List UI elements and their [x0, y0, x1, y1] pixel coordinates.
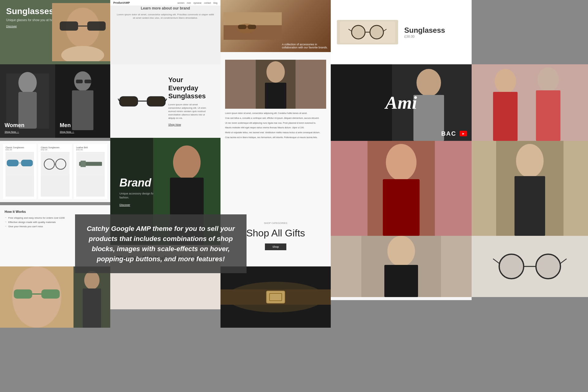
- svg-rect-13: [76, 80, 83, 83]
- sunglasses-photo-tile: A collection of accessories in collabora…: [221, 0, 331, 52]
- men-label: Men: [60, 122, 71, 129]
- sunglasses-product-name: Sunglasess: [404, 26, 466, 35]
- women-shop-link[interactable]: Shop Now →: [5, 130, 19, 133]
- mini-product-3-price: £42.00: [76, 149, 105, 151]
- svg-line-19: [165, 99, 167, 101]
- nav-bar: ProductAMP women men eyewear contact blo…: [110, 0, 221, 6]
- right-fashion-tile: [331, 141, 472, 236]
- mini-product-1[interactable]: Classic Sunglasses £52.00: [3, 144, 36, 199]
- list-item-5: Morbi ut vulputate tellus, nec laoreet e…: [225, 131, 326, 134]
- svg-rect-2: [60, 21, 78, 31]
- ami-text: Ami: [385, 92, 417, 113]
- far-right-fashion-tile: [472, 141, 588, 236]
- svg-point-50: [417, 69, 441, 96]
- svg-rect-54: [493, 92, 518, 141]
- svg-point-74: [386, 144, 417, 181]
- svg-point-97: [387, 236, 415, 266]
- mini-product-3-name: Leather Belt: [76, 146, 105, 149]
- svg-rect-56: [536, 90, 560, 141]
- right-bottom-photo: [331, 236, 472, 297]
- svg-rect-58: [7, 160, 18, 166]
- mini-product-2[interactable]: Classic Sunglasses £52.00: [38, 144, 72, 199]
- men-section: Men Shop Now →: [55, 64, 110, 138]
- brand-discover-link[interactable]: Discover: [119, 203, 130, 206]
- svg-rect-89: [83, 288, 101, 328]
- mosaic-container: Sunglasses Collection Unique glasses for…: [0, 0, 588, 392]
- sunglasses-product-image: [337, 20, 398, 44]
- nav-eyewear[interactable]: eyewear: [194, 2, 202, 4]
- article-image: [225, 60, 326, 109]
- overlay-text-content: Catchy Google AMP theme for you to sell …: [86, 224, 236, 264]
- how-it-works-heading: How it Works: [5, 210, 106, 213]
- collection-image: [52, 3, 110, 61]
- svg-rect-59: [21, 160, 32, 166]
- svg-rect-84: [14, 289, 32, 299]
- svg-rect-12: [72, 90, 93, 130]
- products-mini-row: Classic Sunglasses £52.00 Classic Sungla…: [0, 141, 110, 202]
- nav-men[interactable]: men: [187, 2, 191, 4]
- sunglasses-collection-tile: Sunglasses Collection Unique glasses for…: [0, 0, 110, 64]
- svg-rect-68: [81, 161, 86, 167]
- svg-rect-52: [472, 64, 588, 141]
- everyday-sunglasses-heading: Your Everyday Sunglasses: [168, 76, 214, 100]
- svg-rect-98: [384, 265, 418, 297]
- women-label: Women: [5, 122, 24, 129]
- list-item-6: Cras lacinia est in libero tristique, ne…: [225, 136, 326, 139]
- svg-rect-34: [248, 25, 256, 29]
- svg-rect-75: [383, 179, 420, 236]
- article-list: Lorem ipsum dolor sit amet, consectetur …: [225, 112, 326, 139]
- about-brand-tile: Learn more about our brand Lorem ipsum d…: [110, 0, 221, 64]
- fashion-right-tile: [472, 64, 588, 141]
- women-men-tile: Women Shop Now → Men Shop Now →: [0, 64, 110, 138]
- list-item-4: Mauris molestie nihil eget neque varius …: [225, 126, 326, 129]
- list-item-1: Lorem ipsum dolor sit amet, consectetur …: [225, 112, 326, 115]
- bottom-left-photo: [0, 266, 74, 328]
- svg-rect-20: [120, 97, 137, 106]
- mini-product-3[interactable]: Leather Belt £42.00: [74, 144, 107, 199]
- list-item-2: Cras sed tellus a, convallis a vortinque…: [225, 117, 326, 120]
- everyday-sunglasses-image: [116, 89, 168, 113]
- svg-rect-3: [87, 21, 106, 31]
- site-name: ProductAMP: [113, 1, 130, 4]
- nav-contact[interactable]: contact: [204, 2, 211, 4]
- women-section: Women Shop Now →: [0, 64, 55, 138]
- mini-product-1-name: Classic Sunglasses: [6, 146, 34, 149]
- sunglasses-product-price: £38.00: [404, 35, 466, 38]
- shop-button[interactable]: Shop: [265, 243, 286, 250]
- mini-product-2-price: £52.00: [41, 149, 69, 151]
- svg-point-53: [495, 69, 516, 93]
- everyday-sunglasses-shop-link[interactable]: Shop Now: [168, 123, 214, 126]
- svg-line-18: [118, 99, 119, 101]
- svg-rect-85: [41, 289, 60, 299]
- svg-point-104: [536, 254, 560, 279]
- svg-rect-14: [85, 80, 91, 83]
- belt-photo-tile: [221, 266, 331, 328]
- mini-product-1-price: £52.00: [6, 149, 34, 151]
- svg-point-103: [499, 254, 524, 279]
- bottom-mid-photo: [74, 266, 110, 328]
- list-item-3: Ut nec lorem scelerisque elit adipiscing…: [225, 122, 326, 125]
- ami-brand-tile: Ami BAC: [331, 64, 472, 141]
- svg-rect-51: [413, 95, 444, 141]
- svg-point-44: [370, 25, 383, 39]
- everyday-sunglasses-tile: Your Everyday Sunglasses Lorem ipsum dol…: [110, 64, 221, 138]
- shop-all-gifts-heading: Shop All Gifts: [246, 228, 305, 239]
- brand-name: Brand: [119, 176, 151, 189]
- ami-back-label: BAC: [441, 130, 456, 137]
- svg-point-88: [84, 271, 100, 289]
- svg-rect-39: [265, 83, 286, 109]
- about-brand-body: Lorem ipsum dolor sit amet, consectetur …: [116, 13, 214, 20]
- men-shop-link[interactable]: Shop Now →: [60, 130, 74, 133]
- overlay-description: Catchy Google AMP theme for you to sell …: [75, 214, 247, 273]
- article-tile: Lorem ipsum dolor sit amet, consectetur …: [221, 52, 331, 205]
- svg-point-78: [516, 144, 544, 178]
- youtube-icon[interactable]: [460, 131, 467, 136]
- svg-rect-21: [148, 97, 165, 106]
- about-brand-heading: Learn more about our brand: [141, 6, 190, 10]
- shop-gifts-label: SHOP CATEGORIES: [264, 222, 288, 224]
- nav-blog[interactable]: blog: [213, 2, 217, 4]
- svg-rect-33: [238, 25, 246, 29]
- sunglasses-product-tile: Sunglasess £38.00: [331, 0, 472, 64]
- nav-women[interactable]: women: [178, 2, 185, 4]
- svg-point-38: [266, 61, 285, 83]
